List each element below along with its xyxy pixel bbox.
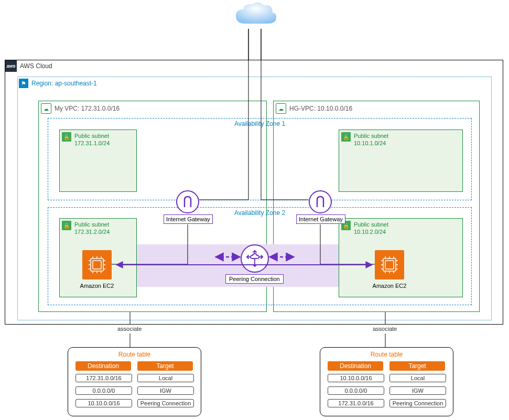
internet-gateway-left-label: Internet Gateway [164,214,213,224]
diagram-canvas: aws AWS Cloud ⚑ Region: ap-southeast-1 ☁… [0,0,509,420]
az2-label: Availability Zone 2 [234,209,285,217]
subnet-lock-icon: 🔓 [62,221,71,230]
region-label: Region: ap-southeast-1 [28,78,100,89]
associate-right-label: associate [373,326,397,332]
associate-left-label: associate [117,326,142,332]
subnet-left-top-text: Public subnet172.31.1.0/24 [71,132,113,147]
route-cell: 0.0.0.0/0 [328,386,384,395]
route-cell: 172.31.0.0/16 [328,399,384,407]
vpc-left-label: My VPC: 172.31.0.0/16 [51,105,123,112]
svg-rect-1 [93,261,101,269]
ec2-left-label: Amazon EC2 [76,283,118,289]
peering-connection-label: Peering Connection [225,274,284,284]
az1-label: Availability Zone 1 [234,120,285,127]
route-cell: Peering Connection [137,399,194,407]
subnet-left-top: 🔓 Public subnet172.31.1.0/24 [59,130,137,192]
subnet-right-top: 🔓 Public subnet10.10.1.0/24 [339,130,463,192]
subnet-right-bottom-text: Public subnet10.10.2.0/24 [351,221,392,236]
route-header-dest: Destination [328,361,383,371]
route-table-right: Route table Destination Target 10.10.0.0… [320,347,453,416]
subnet-right-top-text: Public subnet10.10.1.0/24 [351,132,392,147]
subnet-left-bottom-text: Public subnet172.31.2.0/24 [71,221,113,236]
route-cell: Local [137,374,194,382]
svg-rect-15 [385,261,394,269]
route-cell: Local [389,374,446,382]
subnet-lock-icon: 🔓 [341,132,351,142]
peering-connection-icon [241,244,269,273]
route-header-target: Target [389,361,445,371]
subnet-lock-icon: 🔓 [62,132,71,142]
aws-cloud-label: AWS Cloud [17,60,56,72]
route-cell: 0.0.0.0/0 [75,386,132,395]
ec2-right-label: Amazon EC2 [369,283,410,289]
vpc-right-label: HG-VPC: 10.10.0.0/16 [286,105,355,112]
internet-cloud-icon [232,0,279,33]
ec2-right-icon [375,250,404,279]
route-table-title: Route table [68,351,201,358]
ec2-left-icon [82,250,112,279]
route-table-title: Route table [320,351,453,358]
route-header-dest: Destination [75,361,131,371]
route-cell: 172.31.0.0/16 [75,374,132,382]
route-header-target: Target [137,361,193,371]
route-cell: 10.10.0.0/16 [328,374,384,382]
internet-gateway-left-icon [176,190,199,213]
region-flag-icon: ⚑ [19,79,28,88]
route-cell: Peering Connection [389,399,446,407]
vpc-icon: ☁ [41,103,51,114]
route-cell: IGW [137,386,194,395]
internet-gateway-right-label: Internet Gateway [296,214,345,224]
route-cell: IGW [389,386,446,395]
internet-gateway-right-icon [309,190,332,213]
vpc-icon: ☁ [276,103,286,114]
route-cell: 10.10.0.0/16 [75,399,132,407]
aws-logo-icon: aws [5,60,17,72]
route-table-left: Route table Destination Target 172.31.0.… [68,347,201,416]
